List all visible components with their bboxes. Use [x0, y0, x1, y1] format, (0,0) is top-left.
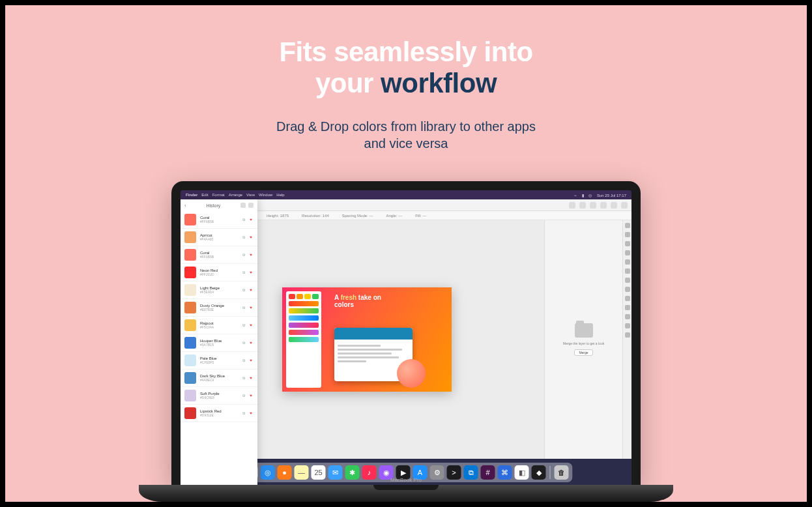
color-item[interactable]: Neon Red #FF2D2D ⧉ ♥ [181, 264, 257, 282]
options-field[interactable]: Spacing Mode: — [342, 214, 373, 218]
color-item[interactable]: Apricot #F4A460 ⧉ ♥ [181, 229, 257, 246]
options-field[interactable]: Resolution: 144 [302, 214, 329, 218]
dock-app-terminal[interactable]: > [447, 465, 461, 480]
lasso-tool-icon[interactable] [625, 241, 630, 246]
dock-app-calendar[interactable]: 25 [312, 465, 326, 480]
dock-app-colorapp[interactable]: ◧ [515, 465, 529, 480]
color-item[interactable]: Dark Sky Blue #4A8EC9 ⧉ ♥ [181, 369, 257, 387]
move-tool-icon[interactable] [625, 223, 630, 228]
merge-button[interactable]: Merge [574, 349, 592, 356]
color-swatch[interactable] [184, 284, 196, 296]
favorite-icon[interactable]: ♥ [248, 323, 254, 328]
color-item[interactable]: Rajpoot #F5C04A ⧉ ♥ [181, 317, 257, 334]
options-field[interactable]: Height: 1875 [267, 214, 289, 218]
gradient-tool-icon[interactable] [625, 287, 630, 292]
export-icon[interactable] [611, 202, 617, 209]
menubar-item[interactable]: Help [276, 193, 284, 197]
favorite-icon[interactable]: ♥ [248, 375, 254, 381]
artboard[interactable]: A fresh take on colors [282, 287, 452, 392]
color-swatch[interactable] [184, 267, 196, 278]
options-field[interactable]: Angle: — [386, 214, 402, 218]
favorite-icon[interactable]: ♥ [248, 393, 254, 398]
menubar-item[interactable]: Format [212, 193, 225, 197]
favorite-icon[interactable]: ♥ [248, 252, 254, 257]
menubar-item[interactable]: Finder [186, 193, 197, 197]
copy-icon[interactable]: ⧉ [241, 393, 246, 398]
menubar-item[interactable]: Arrange [229, 193, 242, 197]
dock-app-slack[interactable]: # [481, 465, 495, 480]
menubar-item[interactable]: View [246, 193, 255, 197]
hand-tool-icon[interactable] [625, 323, 630, 328]
dock-app-settings[interactable]: ⚙ [430, 465, 444, 480]
favorite-icon[interactable]: ♥ [248, 287, 254, 293]
dock-trash[interactable]: 🗑 [555, 465, 569, 480]
more-icon[interactable] [248, 203, 254, 208]
dock-app-xcode[interactable]: ⌘ [498, 465, 512, 480]
color-item[interactable]: Dusty Orange #E87B3E ⧉ ♥ [181, 299, 257, 317]
copy-icon[interactable]: ⧉ [241, 323, 246, 328]
text-tool-icon[interactable] [625, 296, 630, 301]
color-swatch[interactable] [184, 390, 196, 401]
shape-tool-icon[interactable] [625, 314, 630, 319]
copy-icon[interactable]: ⧉ [241, 252, 246, 257]
undo-icon[interactable] [590, 202, 596, 209]
copy-icon[interactable]: ⧉ [241, 217, 246, 222]
zoom-tool-icon[interactable] [625, 332, 630, 338]
copy-icon[interactable]: ⧉ [241, 375, 246, 381]
favorite-icon[interactable]: ♥ [248, 270, 254, 275]
dock-app-safari[interactable]: ◎ [261, 465, 275, 480]
clock[interactable]: Sun 25 Jul 17:17 [597, 194, 626, 197]
favorite-icon[interactable]: ♥ [248, 411, 254, 416]
brush-tool-icon[interactable] [625, 268, 630, 274]
eraser-tool-icon[interactable] [625, 278, 630, 283]
color-swatch[interactable] [184, 302, 196, 313]
redo-icon[interactable] [600, 202, 607, 209]
color-swatch[interactable] [184, 319, 196, 331]
color-item[interactable]: Coral #FF6B5B ⧉ ♥ [181, 246, 257, 264]
favorite-icon[interactable]: ♥ [248, 235, 254, 240]
options-field[interactable]: Fill: — [415, 214, 426, 218]
crop-tool-icon[interactable] [625, 250, 630, 255]
color-list[interactable]: Coral #FF6B5B ⧉ ♥ Apricot #F4A460 ⧉ ♥ Co… [181, 211, 257, 485]
copy-icon[interactable]: ⧉ [241, 270, 246, 275]
favorite-icon[interactable]: ♥ [248, 340, 254, 345]
color-swatch[interactable] [184, 372, 196, 384]
select-tool-icon[interactable] [625, 232, 630, 237]
battery-icon[interactable]: ▮ [582, 194, 584, 197]
copy-icon[interactable]: ⧉ [241, 235, 246, 240]
dock-app-figma[interactable]: ◆ [532, 465, 546, 480]
search-icon[interactable] [240, 203, 246, 208]
pen-tool-icon[interactable] [625, 305, 630, 310]
preview-icon[interactable] [621, 202, 628, 209]
menubar-item[interactable]: Edit [201, 193, 208, 197]
wifi-icon[interactable]: ⏦ [574, 194, 577, 197]
menubar-item[interactable]: Window [259, 193, 272, 197]
color-swatch[interactable] [184, 407, 196, 419]
back-icon[interactable]: ‹ [184, 203, 186, 209]
color-swatch[interactable] [184, 249, 196, 261]
color-swatch[interactable] [184, 214, 196, 225]
color-item[interactable]: Lipstick Red #D9312E ⧉ ♥ [181, 405, 257, 422]
color-swatch[interactable] [184, 337, 196, 349]
share-icon[interactable] [569, 202, 575, 209]
color-item[interactable]: Soft Purple #D6C9E8 ⧉ ♥ [181, 387, 257, 405]
copy-icon[interactable]: ⧉ [241, 358, 246, 363]
dock-app-notes[interactable]: — [295, 465, 309, 480]
copy-icon[interactable]: ⧉ [241, 411, 246, 416]
crop-icon[interactable] [579, 202, 586, 209]
dock-app-messages[interactable]: ✱ [345, 465, 360, 480]
dock-app-vscode[interactable]: ⧉ [464, 465, 478, 480]
color-item[interactable]: Pale Blue #CFE8F5 ⧉ ♥ [181, 352, 257, 369]
copy-icon[interactable]: ⧉ [241, 287, 246, 293]
copy-icon[interactable]: ⧉ [241, 340, 246, 345]
favorite-icon[interactable]: ♥ [248, 217, 254, 222]
color-swatch[interactable] [184, 231, 196, 243]
control-center-icon[interactable]: ◎ [588, 194, 592, 197]
dock-app-mail[interactable]: ✉ [328, 465, 343, 480]
favorite-icon[interactable]: ♥ [248, 305, 254, 310]
color-swatch[interactable] [184, 355, 196, 366]
color-item[interactable]: Hooper Blue #3A7BD5 ⧉ ♥ [181, 334, 257, 352]
color-item[interactable]: Light Beige #F5E9D4 ⧉ ♥ [181, 282, 257, 299]
favorite-icon[interactable]: ♥ [248, 358, 254, 363]
color-item[interactable]: Coral #FF6B5B ⧉ ♥ [181, 211, 257, 229]
